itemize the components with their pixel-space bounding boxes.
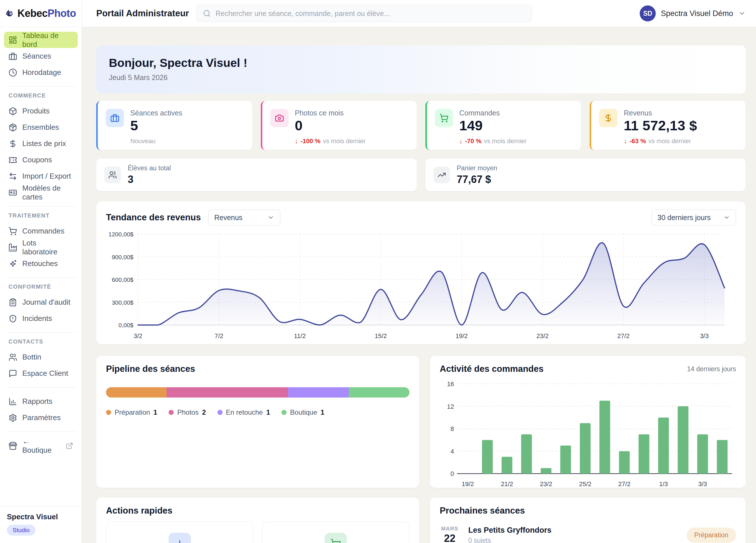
pipeline-legend-item: Boutique1 [281, 408, 324, 416]
legend-label: Boutique [290, 408, 317, 416]
legend-count: 1 [153, 408, 157, 416]
legend-count: 2 [202, 408, 206, 416]
range-select[interactable]: 30 derniers jours [651, 209, 736, 225]
org-badge: Studio [7, 525, 35, 536]
plus-icon [174, 538, 185, 543]
orders-activity-range: 14 derniers jours [687, 365, 736, 373]
sidebar-item-produits[interactable]: Produits [4, 103, 78, 119]
svg-text:27/2: 27/2 [618, 480, 631, 488]
search-icon [203, 9, 211, 17]
sidebar-item-commandes[interactable]: Commandes [4, 223, 78, 239]
user-name: Spectra Visuel Démo [661, 9, 733, 18]
sidebar-item-import-export[interactable]: Import / Export [4, 168, 78, 184]
brand[interactable]: KebecPhoto [0, 0, 82, 27]
global-search[interactable] [196, 5, 532, 22]
user-menu[interactable]: SD Spectra Visuel Démo [640, 5, 746, 21]
sidebar-item-bottin[interactable]: Bottin [4, 349, 78, 365]
sidebar-item-boutique[interactable]: ← Boutique [4, 438, 78, 454]
session-date: MARS22 [440, 526, 460, 543]
dashboard-icon [9, 36, 17, 44]
session-month: MARS [440, 526, 460, 532]
briefcase-icon [110, 113, 119, 123]
svg-text:23/2: 23/2 [540, 480, 552, 488]
stat-icon-chip [270, 109, 289, 127]
nav-group-label: COMMERCE [9, 92, 73, 99]
cart-icon [439, 113, 449, 123]
svg-text:3/3: 3/3 [698, 480, 707, 488]
svg-text:12: 12 [447, 403, 454, 410]
external-icon [66, 442, 73, 450]
sidebar-item-label: Bottin [22, 353, 41, 362]
sidebar-item-label: Ensembles [22, 123, 59, 132]
substat-label: Panier moyen [457, 164, 497, 172]
sidebar-item-tableau-de-bord[interactable]: Tableau de bord [4, 32, 78, 48]
sidebar-item-label: Lots laboratoire [22, 239, 73, 256]
sidebar-item-parametres[interactable]: Paramètres [4, 410, 78, 426]
svg-text:19/2: 19/2 [455, 332, 468, 340]
substat-label: Élèves au total [128, 164, 171, 172]
sidebar-item-label: Produits [22, 107, 49, 115]
sidebar-item-listes-de-prix[interactable]: Listes de prix [4, 135, 78, 152]
session-status-badge: Préparation [687, 528, 736, 543]
sidebar-item-retouches[interactable]: Retouches [4, 255, 78, 272]
sidebar-item-modeles-de-cartes[interactable]: Modèles de cartes [4, 184, 78, 201]
substat-value: 77,67 $ [457, 173, 497, 185]
upcoming-sessions-title: Prochaines séances [440, 506, 736, 516]
stat-icon-chip [599, 109, 617, 127]
cart-icon [330, 538, 341, 543]
stat-sub-label: vs mois dernier [323, 137, 365, 145]
quick-action-nouvelle-seance[interactable]: Nouvelle séance [106, 522, 253, 543]
legend-count: 1 [266, 408, 270, 416]
sidebar-item-rapports[interactable]: Rapports [4, 393, 78, 410]
chart-icon [9, 397, 17, 406]
revenue-line-chart-svg: 0,00$300,00$600,00$900,00$1200,00$3/27/2… [106, 230, 736, 342]
substat-card-panier-moyen: Panier moyen77,67 $ [425, 159, 746, 191]
sidebar-item-ensembles[interactable]: Ensembles [4, 119, 78, 135]
sidebar-item-espace-client[interactable]: Espace Client [4, 365, 78, 382]
sidebar-nav: Tableau de bordSéancesHorodatageCOMMERCE… [0, 27, 82, 506]
revenue-trend-card: Tendance des revenus Revenus 30 derniers… [96, 201, 746, 344]
pipeline-legend: Préparation1Photos2En retouche1Boutique1 [106, 408, 409, 416]
pipeline-segment-photos [167, 387, 288, 398]
sidebar-item-label: Incidents [22, 314, 52, 323]
bottom-row: Actions rapides Nouvelle séanceVoir les … [96, 498, 746, 543]
stat-subtext: ↓-70 %vs mois dernier [459, 137, 527, 145]
range-select-value: 30 derniers jours [657, 213, 711, 222]
svg-text:25/2: 25/2 [579, 480, 591, 488]
stat-value: 0 [295, 118, 366, 133]
substat-card-eleves-au-total: Élèves au total3 [96, 159, 417, 191]
down-arrow-icon: ↓ [295, 137, 298, 145]
svg-text:1/3: 1/3 [659, 480, 668, 488]
nav-divider [5, 86, 77, 87]
quick-action-voir-les-commandes[interactable]: Voir les commandes [262, 522, 409, 543]
stat-delta: -100 % [301, 137, 321, 145]
stat-icon-chip [435, 109, 453, 127]
sidebar-item-journal-d-audit[interactable]: Journal d'audit [4, 294, 78, 310]
sidebar-item-lots-laboratoire[interactable]: Lots laboratoire [4, 239, 78, 255]
sidebar-item-seances[interactable]: Séances [4, 48, 78, 64]
svg-text:900,00$: 900,00$ [112, 254, 133, 260]
stat-subtext: ↓-63 %vs mois dernier [624, 137, 697, 145]
chevron-down-icon [267, 214, 274, 221]
upcoming-session-item[interactable]: MARS22Les Petits Gryffondors0 sujetsPrép… [440, 526, 736, 543]
sidebar-item-label: Coupons [22, 155, 52, 164]
pipeline-segment-boutique [349, 387, 409, 398]
sidebar-item-incidents[interactable]: Incidents [4, 310, 78, 327]
sidebar-item-horodatage[interactable]: Horodatage [4, 64, 78, 81]
search-input[interactable] [215, 9, 525, 18]
substat-cards-row: Élèves au total3Panier moyen77,67 $ [96, 159, 746, 191]
sidebar-item-label: Commandes [22, 227, 64, 235]
stat-cards-row: Séances actives5NouveauPhotos ce mois0↓-… [96, 101, 746, 150]
avatar: SD [640, 5, 656, 21]
svg-text:15/2: 15/2 [375, 332, 387, 340]
upcoming-sessions-card: Prochaines séances MARS22Les Petits Gryf… [430, 498, 746, 543]
substat-icon-chip [104, 167, 121, 183]
middle-row: Pipeline des séances Préparation1Photos2… [96, 356, 746, 488]
nav-group-label: CONFORMITÉ [9, 284, 73, 290]
stat-card-photos-ce-mois: Photos ce mois0↓-100 %vs mois dernier [261, 101, 417, 150]
metric-select[interactable]: Revenus [208, 209, 280, 225]
pipeline-title: Pipeline des séances [106, 364, 409, 374]
down-arrow-icon: ↓ [459, 137, 463, 145]
trend-icon [437, 171, 446, 179]
sidebar-item-coupons[interactable]: Coupons [4, 152, 78, 168]
